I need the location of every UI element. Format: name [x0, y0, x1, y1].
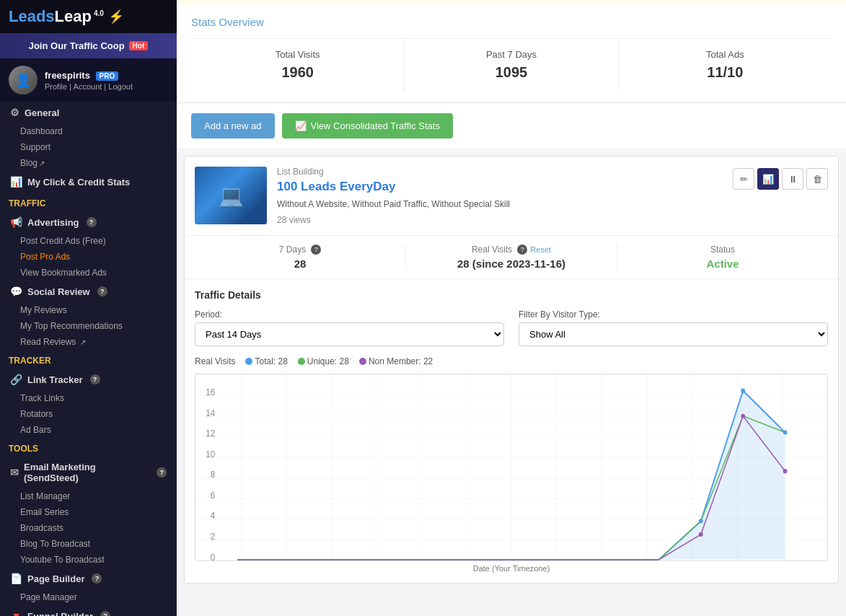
ad-views: 28 views [277, 215, 723, 225]
unique-dot [298, 358, 305, 365]
edit-ad-button[interactable]: ✏ [733, 168, 754, 190]
unique-legend: Unique: 28 [298, 356, 349, 366]
chart-icon: 📈 [295, 120, 307, 131]
user-section: 👤 freespirits PRO Profile | Account | Lo… [0, 58, 177, 102]
svg-text:4: 4 [211, 511, 216, 521]
sidebar-item-advertising[interactable]: 📢 Advertising ? [0, 211, 177, 233]
period-filter-group: Period: Past 14 Days Past 7 Days Past 30… [195, 309, 504, 346]
read-reviews-ext-icon: ↗ [80, 338, 86, 346]
period-select[interactable]: Past 14 Days Past 7 Days Past 30 Days Al… [195, 322, 504, 346]
sidebar-sub-my-reviews[interactable]: My Reviews [0, 302, 177, 318]
total-visits-value: 1960 [198, 64, 397, 81]
sidebar-sub-read-reviews[interactable]: Read Reviews ↗ [0, 334, 177, 350]
social-review-icon: 💬 [10, 286, 22, 297]
dot-19nov-nm [741, 413, 745, 418]
sidebar-sub-broadcasts[interactable]: Broadcasts [0, 520, 177, 536]
sidebar-item-click-stats[interactable]: 📊 My Click & Credit Stats [0, 171, 177, 193]
logout-link[interactable]: Logout [108, 82, 133, 91]
tracker-header: Tracker [0, 350, 177, 369]
chart-ad-button[interactable]: 📊 [757, 168, 779, 190]
period-label: Period: [195, 309, 504, 320]
sidebar-sub-youtube-broadcast[interactable]: Youtube To Broadcast [0, 552, 177, 568]
reset-link[interactable]: Reset [530, 245, 551, 254]
sidebar-sub-blog[interactable]: Blog ↗ [0, 155, 177, 171]
stats-overview-title: Stats Overview [191, 16, 832, 28]
ad-card: 💻 List Building 100 Leads EveryDay Witho… [184, 156, 839, 584]
avatar-image: 👤 [9, 66, 38, 94]
profile-link[interactable]: Profile [45, 82, 67, 91]
account-link[interactable]: Account [74, 82, 102, 91]
add-new-ad-button[interactable]: Add a new ad [191, 113, 275, 138]
ad-stat-7days: 7 Days ? 28 [195, 245, 406, 270]
action-bar: Add a new ad 📈 View Consolidated Traffic… [177, 102, 846, 149]
svg-text:8: 8 [211, 470, 216, 480]
coop-button[interactable]: Join Our Traffic Coop Hot [0, 33, 177, 58]
click-stats-icon: 📊 [10, 176, 22, 188]
email-marketing-info-icon[interactable]: ? [157, 467, 167, 478]
click-stats-label: My Click & Credit Stats [27, 177, 130, 188]
sidebar-sub-dashboard[interactable]: Dashboard [0, 123, 177, 139]
social-review-label: Social Review [27, 286, 90, 297]
sidebar-sub-support[interactable]: Support [0, 139, 177, 155]
total-legend-label: Total: 28 [255, 356, 287, 366]
user-info: freespirits PRO Profile | Account | Logo… [45, 70, 133, 91]
sidebar-item-page-builder[interactable]: 📄 Page Builder ? [0, 568, 177, 589]
visits-info-icon[interactable]: ? [517, 245, 527, 255]
status-label: Status [617, 245, 828, 255]
ad-title[interactable]: 100 Leads EveryDay [277, 180, 723, 194]
chart-area: 0 2 4 6 8 10 12 14 16 7 Nov 8 Nov 9 Nov … [195, 374, 828, 561]
dot-18nov-total [699, 519, 703, 523]
sidebar-sub-top-recommendations[interactable]: My Top Recommendations [0, 318, 177, 334]
sidebar-sub-ad-bars[interactable]: Ad Bars [0, 422, 177, 438]
dot-20nov-nm [783, 469, 788, 473]
sidebar-sub-track-links[interactable]: Track Links [0, 390, 177, 406]
logo-version: 4.0 [94, 9, 104, 17]
advertising-label: Advertising [27, 217, 79, 228]
chart-svg: 0 2 4 6 8 10 12 14 16 7 Nov 8 Nov 9 Nov … [195, 374, 827, 560]
sidebar-item-link-tracker[interactable]: 🔗 Link Tracker ? [0, 369, 177, 390]
sidebar-sub-page-manager[interactable]: Page Manager [0, 589, 177, 605]
sidebar-item-email-marketing[interactable]: ✉ Email Marketing (SendSteed) ? [0, 457, 177, 488]
funnel-builder-label: Funnel Builder [27, 611, 93, 617]
view-traffic-button[interactable]: 📈 View Consolidated Traffic Stats [282, 113, 453, 138]
sidebar: LeadsLeap4.0 ⚡ Join Our Traffic Coop Hot… [0, 0, 177, 616]
visitor-type-filter-group: Filter By Visitor Type: Show All Members… [519, 309, 828, 346]
link-tracker-info-icon[interactable]: ? [90, 374, 100, 384]
svg-text:0: 0 [211, 552, 216, 560]
sidebar-sub-blog-broadcast[interactable]: Blog To Broadcast [0, 536, 177, 552]
pause-ad-button[interactable]: ⏸ [782, 168, 803, 190]
user-links[interactable]: Profile | Account | Logout [45, 82, 133, 91]
page-builder-icon: 📄 [10, 573, 22, 584]
days-info-icon[interactable]: ? [311, 245, 321, 255]
sidebar-sub-email-series[interactable]: Email Series [0, 504, 177, 520]
sidebar-sub-bookmarked[interactable]: View Bookmarked Ads [0, 265, 177, 281]
real-visits-label: Real Visits [195, 356, 235, 366]
visitor-type-select[interactable]: Show All Members Only Non Members Only [519, 322, 828, 346]
nonmember-legend-label: Non Member: 22 [369, 356, 433, 366]
social-review-info-icon[interactable]: ? [97, 286, 107, 296]
delete-ad-button[interactable]: 🗑 [806, 168, 828, 190]
sidebar-item-funnel-builder[interactable]: 🔻 Funnel Builder ? [0, 605, 177, 616]
sidebar-sub-post-credit[interactable]: Post Credit Ads (Free) [0, 233, 177, 249]
status-value: Active [617, 258, 828, 270]
general-icon: ⚙ [10, 107, 19, 118]
pro-badge: PRO [96, 71, 119, 81]
unique-legend-label: Unique: 28 [307, 356, 349, 366]
sidebar-item-general[interactable]: ⚙ General [0, 102, 177, 123]
tools-header: Tools [0, 438, 177, 457]
stats-card-past-7-days: Past 7 Days 1095 [405, 39, 618, 91]
sidebar-item-social-review[interactable]: 💬 Social Review ? [0, 281, 177, 302]
funnel-builder-info-icon[interactable]: ? [100, 611, 110, 616]
past-7-days-label: Past 7 Days [412, 49, 610, 60]
page-builder-info-icon[interactable]: ? [92, 573, 102, 584]
sidebar-sub-rotators[interactable]: Rotators [0, 406, 177, 422]
sidebar-sub-post-pro[interactable]: Post Pro Ads [0, 249, 177, 265]
legend-row: Real Visits Total: 28 Unique: 28 Non Mem… [195, 356, 828, 366]
svg-text:6: 6 [211, 490, 216, 501]
ad-stat-status: Status Active [617, 245, 828, 270]
advertising-info-icon[interactable]: ? [87, 217, 97, 227]
ad-info: List Building 100 Leads EveryDay Without… [277, 167, 723, 225]
email-marketing-icon: ✉ [10, 467, 19, 478]
sidebar-sub-list-manager[interactable]: List Manager [0, 488, 177, 504]
total-ads-value: 11/10 [626, 64, 824, 81]
